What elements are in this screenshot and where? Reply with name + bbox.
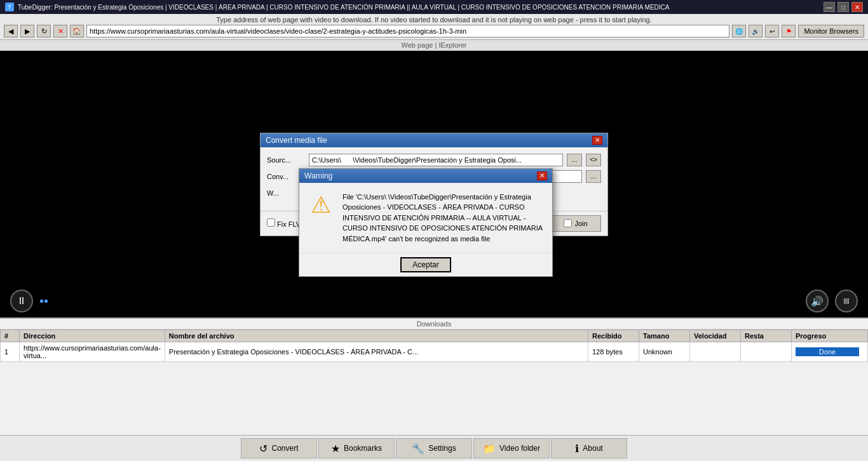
close-button[interactable]: ✕ <box>851 2 863 12</box>
col-nombre: Nombre del archivo <box>165 330 588 342</box>
bookmarks-toolbar-icon: ★ <box>331 443 340 455</box>
source-arrow-button[interactable]: <> <box>586 154 601 166</box>
downloads-section: Downloads # Direccion Nombre del archivo… <box>0 317 868 362</box>
maximize-button[interactable]: □ <box>837 2 849 12</box>
col-recibido: Recibido <box>588 330 639 342</box>
webpage-label: Web page | IExplorer <box>0 40 868 51</box>
fix-flv-checkbox[interactable] <box>267 218 275 227</box>
row-recibido: 128 bytes <box>588 342 639 362</box>
row-filename: Presentación y Estrategia Oposiciones - … <box>165 342 588 362</box>
warning-titlebar: Warning ✕ <box>299 169 552 183</box>
row-progreso: Done <box>792 342 868 362</box>
titlebar-left: T TubeDigger: Presentación y Estrategia … <box>5 3 670 11</box>
monitor-browsers-button[interactable]: Monitor Browsers <box>798 25 864 37</box>
settings-toolbar-label: Settings <box>428 444 456 453</box>
address-bar-area: Type address of web page with video to d… <box>0 14 868 40</box>
toolbar-bookmarks-button[interactable]: ★ Bookmarks <box>318 438 395 458</box>
window-title: TubeDigger: Presentación y Estrategia Op… <box>18 4 670 11</box>
convert-dialog-close-button[interactable]: ✕ <box>592 136 602 145</box>
row-velocidad <box>690 342 741 362</box>
warning-title: Warning <box>304 171 332 180</box>
forward-button[interactable]: ▶ <box>20 25 34 37</box>
row-tamano: Unknown <box>639 342 690 362</box>
address-row: ◀ ▶ ↻ ✕ 🏠 🌐 🔊 ↩ ⚑ Monitor Browsers <box>4 25 864 37</box>
join-checkbox-label[interactable]: Join <box>550 215 601 232</box>
about-toolbar-icon: ℹ <box>575 443 579 455</box>
source-label: Sourc... <box>267 156 305 164</box>
col-progreso: Progreso <box>792 330 868 342</box>
app-icon: T <box>5 3 14 11</box>
video-controls: ⏸ •• 🔊 ⊠ <box>0 284 868 317</box>
warning-dialog: Warning ✕ ⚠ File 'C:\Users\ \Videos\Tube… <box>299 168 553 277</box>
toolbar-settings-button[interactable]: 🔧 Settings <box>396 438 472 458</box>
toolbar-about-button[interactable]: ℹ About <box>551 438 627 458</box>
about-toolbar-label: About <box>583 444 602 453</box>
refresh-button[interactable]: ↻ <box>37 25 51 37</box>
col-velocidad: Velocidad <box>690 330 741 342</box>
downloads-header: # Direccion Nombre del archivo Recibido … <box>1 330 868 342</box>
col-resta: Resta <box>741 330 792 342</box>
url-input[interactable] <box>86 25 729 37</box>
convert-dialog: Convert media file ✕ Sourc... ... <> Con… <box>260 133 608 236</box>
bottom-toolbar: ↺ Convert ★ Bookmarks 🔧 Settings 📁 Video… <box>0 435 868 461</box>
warning-body: ⚠ File 'C:\Users\ \Videos\TubeDigger\Pre… <box>299 183 552 253</box>
warning-footer: Aceptar <box>299 253 552 276</box>
downloads-label: Downloads <box>0 319 868 330</box>
dots-indicator: •• <box>39 294 48 309</box>
fullscreen-button[interactable]: ⊠ <box>835 290 858 312</box>
sound-icon-btn[interactable]: 🔊 <box>749 25 763 37</box>
bookmarks-toolbar-label: Bookmarks <box>344 444 382 453</box>
video-area: Convert media file ✕ Sourc... ... <> Con… <box>0 51 868 317</box>
toolbar-video-folder-button[interactable]: 📁 Video folder <box>473 438 550 458</box>
titlebar-controls: — □ ✕ <box>824 2 863 12</box>
flag-icon-btn[interactable]: ⚑ <box>782 25 796 37</box>
titlebar: T TubeDigger: Presentación y Estrategia … <box>0 0 868 14</box>
source-browse-button[interactable]: ... <box>567 154 582 166</box>
row-url: https://www.cursoprimariaasturias.com/au… <box>20 342 165 362</box>
home-button[interactable]: 🏠 <box>70 25 84 37</box>
settings-toolbar-icon: 🔧 <box>412 443 424 455</box>
arrow-icon-btn[interactable]: ↩ <box>765 25 779 37</box>
toolbar-convert-button[interactable]: ↺ Convert <box>241 438 317 458</box>
pause-button[interactable]: ⏸ <box>10 290 33 312</box>
back-button[interactable]: ◀ <box>4 25 18 37</box>
fix-flv-checkbox-label[interactable]: Fix FLV <box>267 218 301 228</box>
stop-button[interactable]: ✕ <box>53 25 67 37</box>
hint-text: Type address of web page with video to d… <box>4 16 864 23</box>
volume-button[interactable]: 🔊 <box>806 290 829 312</box>
controls-right: 🔊 ⊠ <box>806 290 858 312</box>
col-num: # <box>1 330 20 342</box>
table-row: 1 https://www.cursoprimariaasturias.com/… <box>1 342 868 362</box>
dialog-overlay: Convert media file ✕ Sourc... ... <> Con… <box>0 51 868 317</box>
warning-close-button[interactable]: ✕ <box>537 171 547 180</box>
warning-icon: ⚠ <box>308 192 334 244</box>
downloads-body: 1 https://www.cursoprimariaasturias.com/… <box>1 342 868 362</box>
video-folder-toolbar-icon: 📁 <box>483 443 496 455</box>
video-folder-toolbar-label: Video folder <box>499 444 540 453</box>
source-row: Sourc... ... <> <box>267 154 601 166</box>
downloads-table: # Direccion Nombre del archivo Recibido … <box>0 330 868 362</box>
minimize-button[interactable]: — <box>824 2 835 12</box>
aceptar-button[interactable]: Aceptar <box>400 257 451 272</box>
convert-dialog-titlebar: Convert media file ✕ <box>261 133 607 147</box>
addrbar-right: 🌐 🔊 ↩ ⚑ Monitor Browsers <box>732 25 864 37</box>
header-row: # Direccion Nombre del archivo Recibido … <box>1 330 868 342</box>
convert-toolbar-icon: ↺ <box>259 443 268 455</box>
warning-text: File 'C:\Users\ \Videos\TubeDigger\Prese… <box>342 192 543 244</box>
controls-left: ⏸ •• <box>10 290 48 312</box>
join-checkbox[interactable] <box>564 219 572 227</box>
output-browse-button[interactable]: ... <box>586 170 601 183</box>
done-badge: Done <box>796 347 859 356</box>
col-tamano: Tamano <box>639 330 690 342</box>
row-num: 1 <box>1 342 20 362</box>
world-icon-btn[interactable]: 🌐 <box>732 25 746 37</box>
row-resta <box>741 342 792 362</box>
col-direccion: Direccion <box>20 330 165 342</box>
source-input[interactable] <box>309 154 563 166</box>
convert-dialog-title: Convert media file <box>266 136 327 145</box>
convert-toolbar-label: Convert <box>271 444 298 453</box>
